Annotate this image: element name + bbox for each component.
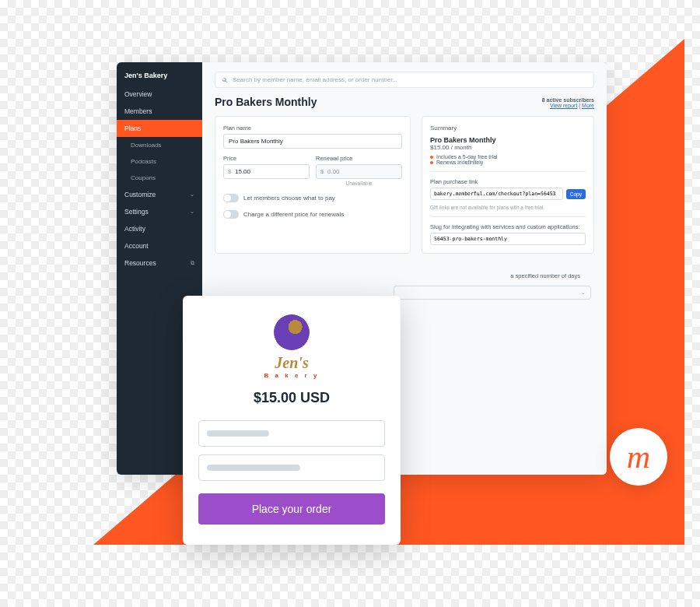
chevron-down-icon: ⌄ (190, 209, 194, 215)
sidebar-item-members[interactable]: Members (117, 103, 202, 120)
checkout-amount: $15.00 USD (198, 390, 385, 406)
brand-subtitle: B a k e r y (198, 372, 385, 379)
page-title: Pro Bakers Monthly (215, 96, 317, 108)
sidebar-item-label: Account (124, 242, 149, 250)
sidebar-item-coupons[interactable]: Coupons (117, 170, 202, 186)
peek-select[interactable]: ⌄ (394, 286, 591, 300)
workspace-title: Jen's Bakery (117, 67, 202, 86)
sidebar-item-label: Settings (124, 208, 149, 216)
search-input[interactable]: Search by member name, email address, or… (215, 72, 594, 88)
slug-value[interactable]: 56453-pro-bakers-monthly (430, 233, 586, 245)
price-input[interactable] (223, 164, 310, 179)
sidebar-item-label: Plans (124, 125, 141, 132)
toggle-renewal-price[interactable] (223, 210, 239, 219)
search-placeholder: Search by member name, email address, or… (233, 76, 397, 83)
brand-logo-icon (274, 314, 310, 350)
place-order-button[interactable]: Place your order (198, 493, 385, 525)
toggle-label: Charge a different price for renewals (243, 211, 344, 218)
sidebar-item-label: Customize (124, 191, 156, 198)
sidebar-item-podcasts[interactable]: Podcasts (117, 153, 202, 170)
currency-symbol: $ (320, 168, 324, 175)
subscriber-count: 8 active subscribers (542, 97, 594, 103)
sidebar-item-downloads[interactable]: Downloads (117, 137, 202, 153)
sidebar-item-label: Overview (124, 90, 152, 98)
sidebar-item-plans[interactable]: Plans (117, 120, 202, 137)
summary-card: Summary Pro Bakers Monthly $15.00 / mont… (422, 116, 594, 254)
sidebar-item-settings[interactable]: Settings⌄ (117, 203, 202, 220)
external-link-icon: ⧉ (191, 260, 194, 266)
summary-heading: Summary (430, 125, 586, 132)
memberful-badge-icon: m (610, 428, 667, 486)
placeholder-bar (207, 465, 300, 471)
sidebar-item-label: Members (124, 107, 152, 115)
sidebar-item-label: Podcasts (131, 158, 156, 165)
sidebar-item-activity[interactable]: Activity (117, 220, 202, 237)
price-label: Price (223, 155, 310, 162)
purchase-link-label: Plan purchase link (430, 178, 586, 185)
toggle-choose-price[interactable] (223, 194, 239, 202)
copy-button[interactable]: Copy (566, 189, 586, 199)
summary-bullet: Renews indefinitely (430, 160, 586, 165)
chevron-down-icon: ⌄ (190, 191, 194, 198)
view-report-link[interactable]: View report (550, 103, 577, 108)
slug-label: Slug for integrating with services and c… (430, 223, 586, 230)
sidebar-item-label: Resources (124, 259, 156, 267)
badge-glyph: m (627, 440, 650, 473)
unavailable-text: Unavailable (316, 181, 402, 186)
sidebar-item-label: Activity (124, 225, 145, 233)
purchase-link-box[interactable]: bakery.memberful.com/checkout?plan=56453 (430, 188, 563, 200)
chevron-down-icon: ⌄ (581, 289, 586, 296)
checkout-card: Jen's B a k e r y $15.00 USD Place your … (183, 296, 401, 545)
renewal-price-input (316, 164, 402, 179)
sidebar-item-label: Downloads (131, 142, 162, 149)
checkout-field-1[interactable] (198, 420, 385, 447)
summary-price: $15.00 / month (430, 144, 586, 151)
more-link[interactable]: More (582, 103, 594, 108)
plan-name-input[interactable] (223, 134, 402, 149)
renewal-price-label: Renewal price (316, 155, 402, 162)
gift-note: Gift links are not available for plans w… (430, 205, 586, 210)
sidebar-item-account[interactable]: Account (117, 237, 202, 254)
toggle-label: Let members choose what to pay (243, 195, 335, 202)
placeholder-bar (207, 430, 269, 437)
search-icon (222, 77, 228, 83)
sidebar-item-resources[interactable]: Resources⧉ (117, 254, 202, 272)
sidebar-item-overview[interactable]: Overview (117, 86, 202, 103)
plan-form-card: Plan name Price $ Renewal price $ Unava (215, 116, 411, 254)
page-meta: 8 active subscribers View report | More (542, 97, 594, 108)
sidebar-item-customize[interactable]: Customize⌄ (117, 186, 202, 203)
summary-bullet: Includes a 5-day free trial (430, 154, 586, 160)
currency-symbol: $ (228, 168, 231, 175)
peek-text: a specified number of days (394, 272, 580, 279)
brand-name: Jen's (198, 355, 385, 370)
sidebar-item-label: Coupons (131, 174, 156, 181)
checkout-field-2[interactable] (198, 454, 385, 481)
plan-name-label: Plan name (223, 125, 402, 132)
summary-title: Pro Bakers Monthly (430, 136, 586, 144)
